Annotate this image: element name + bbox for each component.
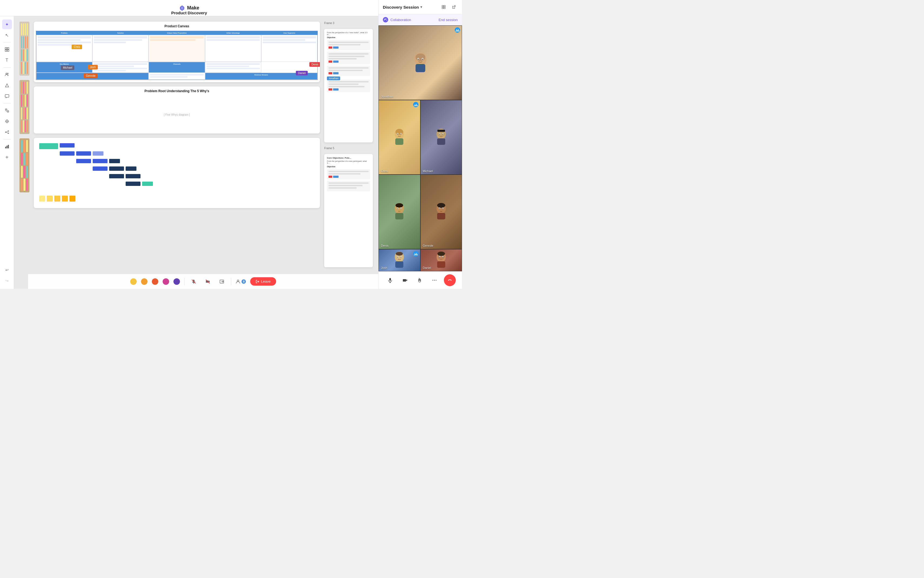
- mic-mute-btn[interactable]: [189, 277, 199, 286]
- sticky-note: [27, 36, 28, 49]
- color-purple[interactable]: [173, 278, 180, 285]
- panel-external-btn[interactable]: [450, 3, 458, 11]
- svg-rect-82: [389, 278, 391, 281]
- genrole-avatar: [433, 201, 449, 222]
- sticky-note: [21, 153, 23, 165]
- panel-grid-btn[interactable]: [440, 3, 447, 11]
- top-bar: Make Product Discovery: [0, 0, 378, 16]
- right-frames-col: Frame 3 From the perspective of a "new v…: [324, 22, 373, 267]
- toolbar-text[interactable]: T: [2, 55, 12, 65]
- canvas-cell-cost: [149, 73, 205, 80]
- sticky-board-2: [19, 80, 29, 134]
- toolbar-sep-3: [3, 103, 11, 104]
- color-yellow[interactable]: [130, 278, 137, 285]
- collab-people-icon: [384, 18, 387, 21]
- toolbar-add[interactable]: +: [2, 153, 12, 162]
- sticky-note: [25, 62, 26, 74]
- svg-point-7: [6, 73, 7, 75]
- user-icon: [236, 279, 240, 284]
- sticky-note: [27, 81, 28, 94]
- panel-header-icons: [440, 3, 458, 11]
- canvas-header-unfair: Unfair Advantage: [205, 31, 261, 35]
- audio-bars: [456, 28, 459, 32]
- denis-avatar: [391, 201, 407, 222]
- frame5-content: Core Objectives: Pote... From the perspe…: [324, 154, 373, 267]
- svg-point-24: [237, 280, 239, 282]
- toolbar-undo[interactable]: ↩: [2, 265, 12, 275]
- sticky-note: [21, 107, 22, 120]
- svg-rect-33: [415, 64, 425, 72]
- svg-point-58: [397, 208, 398, 209]
- canvas-header-segments: User Segments: [261, 31, 318, 35]
- sticky-note: [26, 166, 28, 178]
- svg-point-73: [401, 257, 401, 258]
- collab-label: Collaboration: [391, 18, 411, 22]
- canvas-area[interactable]: Product Canvas Problem Solution Unique V…: [14, 16, 378, 289]
- sticky-note: [24, 166, 25, 178]
- mic-btn[interactable]: [385, 275, 396, 286]
- grid-icon: [442, 5, 446, 9]
- canvas-header-metrics: Key Metrics: [36, 62, 92, 73]
- more-btn[interactable]: [429, 275, 440, 286]
- page-title-container: Product Discovery: [171, 11, 207, 15]
- toolbar-transform[interactable]: [2, 106, 12, 115]
- share-btn[interactable]: [217, 277, 227, 286]
- end-session-btn[interactable]: End session: [438, 18, 458, 22]
- svg-rect-55: [395, 213, 404, 219]
- center-col: Product Canvas Problem Solution Unique V…: [34, 22, 320, 267]
- svg-point-72: [397, 257, 398, 258]
- sticky-board-3: [19, 138, 29, 192]
- toolbar-shapes[interactable]: [2, 81, 12, 90]
- svg-point-86: [436, 280, 437, 281]
- sticky-note: [21, 23, 22, 36]
- daniel-name: Daniel: [423, 266, 431, 270]
- michael-avatar: [433, 127, 449, 148]
- objective-item-1: [327, 40, 370, 50]
- frame3-label: Frame 3: [324, 22, 373, 24]
- canvas-cell-channels: [205, 62, 261, 73]
- svg-rect-47: [437, 138, 445, 145]
- leave-btn[interactable]: Leave: [250, 277, 276, 286]
- video-tile-daniel: Daniel: [420, 249, 462, 271]
- sticky-note: [23, 81, 24, 94]
- logo-text: Make: [187, 5, 199, 11]
- sticky-note: [25, 94, 26, 107]
- toolbar-select[interactable]: ↖: [2, 30, 12, 40]
- sticky-note: [21, 120, 22, 132]
- camera-off-btn[interactable]: [203, 277, 212, 286]
- svg-point-16: [8, 133, 9, 134]
- toolbar-people[interactable]: [2, 70, 12, 80]
- toolbar-move[interactable]: ✦: [2, 19, 12, 29]
- denis-face: [379, 175, 420, 249]
- toolbar-frames[interactable]: [2, 45, 12, 54]
- cursor-denis: Denis: [310, 63, 312, 65]
- end-call-btn[interactable]: [444, 274, 456, 286]
- toolbar-sep-1: [3, 42, 11, 42]
- sticky-note: [27, 62, 28, 74]
- hand-btn[interactable]: [414, 275, 425, 286]
- share-icon: [219, 279, 224, 284]
- svg-point-39: [396, 129, 403, 135]
- five-whys-frame: Problem Root Understanding The 5 Why's […: [34, 86, 320, 133]
- color-orange[interactable]: [141, 278, 148, 285]
- camera-btn[interactable]: [400, 275, 410, 286]
- sticky-note: [21, 81, 22, 94]
- sticky-note: [25, 36, 26, 49]
- sticky-note: [27, 23, 28, 36]
- toolbar-comment[interactable]: [2, 91, 12, 101]
- color-pink[interactable]: [163, 278, 169, 285]
- sticky-note: [24, 153, 25, 165]
- color-red-orange[interactable]: [152, 278, 158, 285]
- chris-audio-bars: [414, 103, 418, 106]
- sticky-note: [23, 94, 24, 107]
- participants-btn[interactable]: 8: [236, 279, 246, 284]
- toolbar-redo[interactable]: ↪: [2, 276, 12, 286]
- svg-point-37: [422, 58, 423, 60]
- svg-rect-76: [437, 261, 445, 268]
- more-icon: [432, 278, 437, 283]
- toolbar-plugins[interactable]: [2, 117, 12, 126]
- toolbar-connections[interactable]: [2, 127, 12, 137]
- toolbar-chart[interactable]: [2, 141, 12, 151]
- svg-point-81: [443, 257, 443, 258]
- bottom-sep-2: [231, 278, 231, 285]
